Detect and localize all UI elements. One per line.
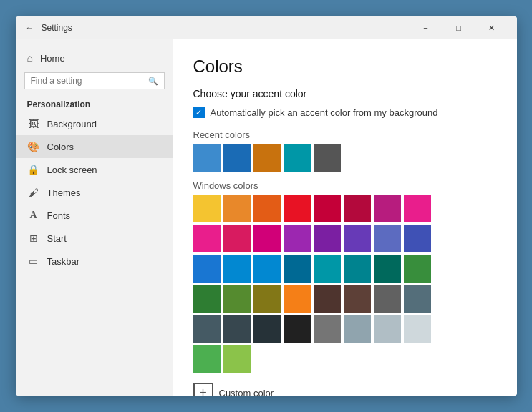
sidebar-item-taskbar[interactable]: ▭ Taskbar: [16, 250, 173, 273]
page-title: Colors: [193, 57, 497, 77]
settings-window: ← Settings − □ ✕ ⌂ Home 🔍 Personalizatio…: [16, 16, 517, 396]
windows-color-swatch[interactable]: [404, 315, 431, 343]
background-icon: 🖼: [27, 118, 40, 129]
maximize-button[interactable]: □: [442, 16, 475, 39]
windows-color-swatch[interactable]: [223, 255, 251, 283]
sidebar-item-colors[interactable]: 🎨 Colors: [16, 135, 173, 158]
windows-color-swatch[interactable]: [404, 195, 431, 222]
sidebar-item-fonts[interactable]: A Fonts: [16, 204, 173, 227]
recent-colors-label: Recent colors: [193, 129, 497, 140]
windows-colors-grid: [193, 195, 497, 373]
windows-color-swatch[interactable]: [253, 315, 281, 343]
sidebar: ⌂ Home 🔍 Personalization 🖼 Background 🎨 …: [16, 39, 173, 396]
windows-color-swatch[interactable]: [223, 315, 251, 343]
sidebar-item-lock-screen[interactable]: 🔒 Lock screen: [16, 158, 173, 181]
windows-color-swatch[interactable]: [193, 225, 221, 252]
windows-color-swatch[interactable]: [253, 195, 281, 222]
windows-color-swatch[interactable]: [284, 225, 311, 252]
custom-color-plus-button[interactable]: +: [193, 383, 213, 396]
windows-color-swatch[interactable]: [193, 195, 221, 222]
lock-icon: 🔒: [27, 164, 40, 175]
windows-color-swatch[interactable]: [314, 315, 341, 343]
themes-icon: 🖌: [27, 187, 40, 198]
auto-accent-row: ✓ Automatically pick an accent color fro…: [193, 107, 497, 118]
close-button[interactable]: ✕: [475, 16, 508, 39]
recent-color-swatch[interactable]: [314, 144, 341, 172]
title-bar: ← Settings − □ ✕: [16, 16, 517, 39]
content-area: ⌂ Home 🔍 Personalization 🖼 Background 🎨 …: [16, 39, 517, 396]
recent-color-swatch[interactable]: [223, 144, 251, 172]
sidebar-item-start[interactable]: ⊞ Start: [16, 227, 173, 250]
windows-color-swatch[interactable]: [404, 225, 431, 252]
windows-color-swatch[interactable]: [284, 195, 311, 222]
windows-color-swatch[interactable]: [314, 285, 341, 313]
windows-color-swatch[interactable]: [253, 285, 281, 313]
windows-color-swatch[interactable]: [223, 285, 251, 313]
windows-color-swatch[interactable]: [344, 195, 371, 222]
windows-color-swatch[interactable]: [404, 285, 431, 313]
back-button[interactable]: ←: [24, 22, 36, 34]
recent-color-swatch[interactable]: [193, 144, 221, 172]
custom-color-label: Custom color: [219, 388, 274, 396]
windows-color-swatch[interactable]: [253, 225, 281, 252]
windows-colors-label: Windows colors: [193, 180, 497, 191]
plus-icon: +: [199, 386, 207, 396]
windows-color-swatch[interactable]: [344, 225, 371, 252]
windows-color-swatch[interactable]: [193, 345, 221, 373]
search-input[interactable]: [31, 76, 144, 86]
windows-color-swatch[interactable]: [253, 255, 281, 283]
sidebar-label-start: Start: [47, 233, 67, 244]
sidebar-item-background[interactable]: 🖼 Background: [16, 112, 173, 135]
windows-color-swatch[interactable]: [314, 225, 341, 252]
windows-color-swatch[interactable]: [344, 255, 371, 283]
minimize-button[interactable]: −: [410, 16, 442, 39]
taskbar-icon: ▭: [27, 255, 40, 267]
checkmark-icon: ✓: [195, 108, 202, 117]
windows-color-swatch[interactable]: [374, 285, 401, 313]
windows-color-swatch[interactable]: [374, 195, 401, 222]
windows-color-swatch[interactable]: [193, 255, 221, 283]
windows-color-swatch[interactable]: [374, 225, 401, 252]
recent-color-swatch[interactable]: [284, 144, 311, 172]
sidebar-label-background: Background: [47, 119, 97, 129]
windows-color-swatch[interactable]: [223, 345, 251, 373]
recent-colors-row: [193, 144, 497, 172]
accent-title: Choose your accent color: [193, 88, 497, 99]
custom-color-row: + Custom color: [193, 383, 497, 396]
windows-color-swatch[interactable]: [374, 315, 401, 343]
colors-icon: 🎨: [27, 141, 40, 152]
sidebar-label-themes: Themes: [47, 187, 81, 198]
sidebar-label-taskbar: Taskbar: [47, 256, 80, 267]
windows-color-swatch[interactable]: [344, 315, 371, 343]
recent-color-swatch[interactable]: [253, 144, 281, 172]
window-title: Settings: [42, 23, 410, 33]
sidebar-label-lock-screen: Lock screen: [47, 165, 97, 175]
windows-color-swatch[interactable]: [344, 285, 371, 313]
sidebar-label-colors: Colors: [47, 142, 74, 152]
home-icon: ⌂: [27, 52, 33, 64]
windows-color-swatch[interactable]: [314, 195, 341, 222]
sidebar-section-label: Personalization: [16, 95, 173, 112]
search-box[interactable]: 🔍: [24, 72, 165, 89]
windows-color-swatch[interactable]: [223, 195, 251, 222]
windows-color-swatch[interactable]: [284, 315, 311, 343]
windows-color-swatch[interactable]: [374, 255, 401, 283]
main-content: Colors Choose your accent color ✓ Automa…: [173, 39, 517, 396]
windows-color-swatch[interactable]: [193, 285, 221, 313]
windows-color-swatch[interactable]: [284, 255, 311, 283]
windows-color-swatch[interactable]: [193, 315, 221, 343]
windows-color-swatch[interactable]: [404, 255, 431, 283]
start-icon: ⊞: [27, 232, 40, 244]
windows-color-swatch[interactable]: [314, 255, 341, 283]
auto-accent-label: Automatically pick an accent color from …: [211, 107, 438, 118]
sidebar-item-themes[interactable]: 🖌 Themes: [16, 181, 173, 204]
windows-color-swatch[interactable]: [284, 285, 311, 313]
sidebar-label-fonts: Fonts: [47, 210, 71, 221]
sidebar-item-home[interactable]: ⌂ Home: [16, 46, 173, 69]
windows-color-swatch[interactable]: [223, 225, 251, 252]
search-icon: 🔍: [148, 77, 158, 86]
auto-accent-checkbox[interactable]: ✓: [193, 107, 205, 118]
window-controls: − □ ✕: [410, 16, 508, 39]
fonts-icon: A: [27, 210, 40, 221]
home-label: Home: [40, 53, 65, 64]
